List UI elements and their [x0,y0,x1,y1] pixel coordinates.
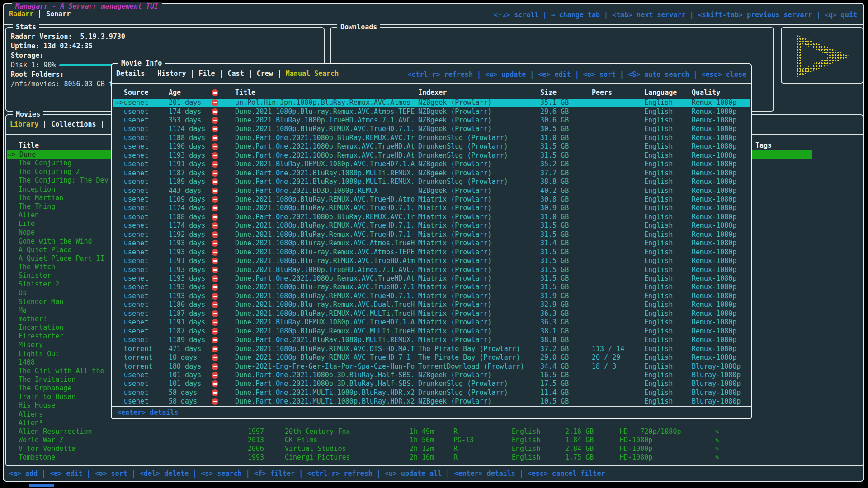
release-row[interactable]: usenet1187 daysDune.2021.1080p.BluRay.Re… [113,327,750,336]
tab-sonarr[interactable]: Sonarr [46,10,71,19]
modal-tab-manual-search[interactable]: Manual Search [286,70,339,78]
list-item[interactable]: The Conjuring 2 [19,168,80,176]
release-row[interactable]: usenet58 daysDune.Part.One.2021.MULTi.10… [113,397,750,406]
list-item[interactable]: Alien³ [19,419,43,427]
app-title: Managarr - A Servarr management TUI [12,2,162,10]
release-row[interactable]: usenet58 daysDune.Part.One.2021.MULTi.10… [113,389,750,397]
modal-tab-cast[interactable]: Cast [228,70,244,78]
list-item[interactable]: The Conjuring: The Dev [19,176,108,185]
tab-separator [39,10,40,18]
modal-tab-file[interactable]: File [198,70,215,78]
list-item[interactable]: The Martian [19,194,63,202]
movie-table-row[interactable]: 2006Virtual Studios2h 12mREnglish2.84 GB… [6,445,812,453]
release-row[interactable]: usenet1193 daysDune.2021.1080p.BluRay.RE… [113,292,750,300]
release-row[interactable]: usenet1192 daysDune.2021.1080p.BluRay.Re… [113,230,750,239]
release-row[interactable]: usenet1189 daysDune.Part.One.2021.BluRay… [113,178,750,186]
list-item[interactable]: Us [19,289,27,297]
col-size[interactable]: Size [540,89,557,97]
list-item[interactable]: Ma [19,306,27,315]
list-item[interactable]: Alien [19,211,39,220]
release-row[interactable]: usenet1174 daysDune.2021.1080p.BluRay.RE… [113,221,750,230]
list-item[interactable]: Sinister 2 [19,280,59,289]
release-row[interactable]: usenet1174 daysDune.2021.1080p.BluRay.RE… [113,125,750,133]
list-item[interactable]: 1408 [19,358,35,367]
release-row[interactable]: usenet1193 daysDune.2021.1080p.Bluray.Re… [113,239,750,248]
modal-tab-history[interactable]: History [157,70,186,78]
col-age[interactable]: Age [169,89,181,97]
cell-indexer: The Pirate Bay (Prowlarr) [418,353,520,362]
list-item[interactable]: Nope [19,228,35,237]
col-source[interactable]: Source [124,89,148,97]
list-item[interactable]: A Quiet Place [19,246,71,254]
release-row[interactable]: usenet1188 daysDune.Part.One.2021.1080p.… [113,213,750,221]
list-item[interactable]: Sinister [19,272,51,280]
release-row[interactable]: usenet1193 daysDune.2021.BluRay.1080p.Tr… [113,266,750,274]
tab-radarr[interactable]: Radarr [9,10,33,19]
release-row[interactable]: torrent180 daysDune-2021-Eng-Fre-Ger-Ita… [113,362,750,371]
col-peers[interactable]: Peers [592,89,612,97]
list-item[interactable]: His House [19,401,55,410]
list-item[interactable]: Gone with the Wind [19,237,92,246]
tab-collections[interactable]: Collections [51,120,96,129]
list-item[interactable]: The Witch [19,263,55,272]
movie-table-row[interactable]: 199720th Century Fox1h 49mREnglish2.16 G… [6,427,812,436]
col-language[interactable]: Language [644,89,677,97]
release-row[interactable]: torrent471 daysDune.2021.1080p.BluRay.RE… [113,345,750,353]
col-indexer[interactable]: Indexer [418,89,447,97]
list-item[interactable]: mother! [19,315,47,324]
tab-library[interactable]: Library [10,120,38,129]
list-item[interactable]: The Thing [19,202,55,211]
modal-tab-crew[interactable]: Crew [257,70,273,78]
release-row[interactable]: usenet1187 daysDune.Part.One.2021.BluRay… [113,169,750,178]
release-row[interactable]: usenet101 daysDune.Part.One.2021.1080p.3… [113,380,750,388]
release-row[interactable]: usenet1190 daysDune.Part.One.2021.1080p.… [113,142,750,151]
release-row[interactable]: =>usenet201 daysun.Pol.Hin.Jpn.1080p.Blu… [113,99,750,107]
list-item[interactable]: Lights Out [19,350,59,358]
list-item[interactable]: Inception [19,185,55,194]
release-row[interactable]: usenet1188 daysDune.Part.One.2021.1080p.… [113,134,750,142]
cell-age: 1193 days [169,248,205,257]
release-row[interactable]: usenet1180 daysDune.2021.1080p.Blu-ray.R… [113,300,750,309]
list-item[interactable]: Train to Busan [19,393,75,401]
rejected-icon [212,143,218,150]
release-row[interactable]: usenet1187 daysDune.2021.1080p.BluRay.RE… [113,310,750,318]
release-row[interactable]: usenet174 daysDune.2021.1080p.Blu-ray.Re… [113,108,750,116]
release-row[interactable]: usenet1189 daysDune.Part.One.2021.BluRay… [113,336,750,344]
release-row[interactable]: usenet353 daysDune.2021.BluRay.1080p.Tru… [113,116,750,125]
list-item[interactable]: The Invitation [19,375,75,384]
cell-indexer: NZBgeek (Prowlarr) [418,125,492,133]
list-item[interactable]: Aliens [19,410,43,419]
list-item[interactable]: Firestarter [19,332,63,341]
list-item[interactable]: The Orphanage [19,384,71,393]
movie-table-row[interactable]: 1993Cinergi Pictures2h 10mREnglish1.75 G… [6,453,812,462]
release-row[interactable]: usenet101 daysDune.Part.One.2021.1080p.3… [113,371,750,380]
list-item[interactable]: Slender Man [19,298,63,306]
release-row[interactable]: usenet1191 daysDune.2021.BluRay.REMUX.10… [113,160,750,169]
release-row[interactable]: usenet1193 daysDune.Part.One.2021.1080p.… [113,274,750,283]
modal-tab-details[interactable]: Details [116,70,145,78]
release-row[interactable]: usenet1193 daysDune.2021.1080p.Blu-ray.R… [113,248,750,257]
cell-title: Dune.Part.One.2021.BluRay.1080p.MULTi.RE… [235,336,415,344]
list-item[interactable]: A Quiet Place Part II [19,254,104,263]
col-rejected-icon[interactable] [212,89,218,96]
list-item[interactable]: Incantation [19,324,63,332]
release-row[interactable]: usenet1193 daysDune.2021.1080p.Blu-ray.R… [113,283,750,291]
release-row[interactable]: usenet1109 daysDune.2021.1080p.BluRay.RE… [113,195,750,204]
cell-size: 35.1 GB [540,99,569,107]
col-title[interactable]: Title [235,89,255,97]
list-item[interactable]: The Conjuring [19,159,71,168]
cell-indexer: NZBgeek (Prowlarr) [418,116,492,125]
col-quality[interactable]: Quality [692,89,720,97]
cell-title: Dune.2021.1080p.BluRay.REMUX.AVC.TrueHD.… [235,195,415,204]
list-item[interactable]: Life [19,220,35,228]
list-item[interactable]: Misery [19,341,43,349]
list-item[interactable]: The Girl with All the [19,367,104,375]
release-row[interactable]: usenet443 daysDune.Part.One.2021.BD3D.10… [113,187,750,195]
release-row[interactable]: usenet1174 daysDune.2021.1080p.BluRay.RE… [113,204,750,212]
release-row[interactable]: usenet1191 daysDune.2021.1080p.Blu-ray.R… [113,257,750,265]
cell-indexer: Miatrix (Prowlarr) [418,239,492,248]
release-row[interactable]: usenet1191 daysDune.2021.BluRay.REMUX.10… [113,318,750,327]
release-row[interactable]: torrent10 daysDune 2021 1080p BluRay REM… [113,353,750,362]
release-row[interactable]: usenet1193 daysDune.Part.One.2021.1080p.… [113,151,750,160]
movie-table-row[interactable]: 2013GK Films1h 56mPG-13English1.84 GBHD-… [6,436,812,445]
